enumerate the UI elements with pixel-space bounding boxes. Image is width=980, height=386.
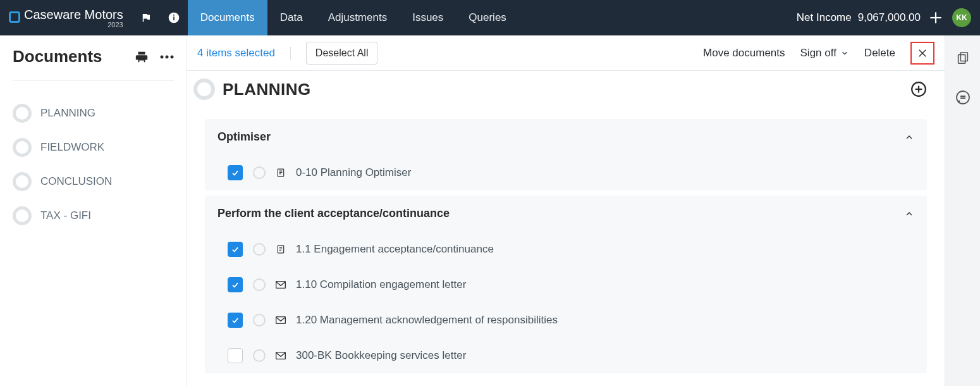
document-group: Perform the client acceptance/continuanc…	[205, 196, 927, 373]
document-group: Optimiser0-10 Planning Optimiser	[205, 119, 927, 190]
print-icon[interactable]	[135, 50, 149, 64]
group-title: Perform the client acceptance/continuanc…	[217, 207, 450, 220]
status-ring-icon	[253, 166, 266, 179]
svg-rect-23	[276, 352, 286, 359]
brand-name: Caseware Motors	[24, 8, 123, 22]
document-row[interactable]: 1.20 Management acknowledgement of respo…	[205, 302, 927, 338]
svg-rect-2	[173, 15, 175, 16]
document-type-icon	[276, 167, 286, 178]
sidebar-item-fieldwork[interactable]: FIELDWORK	[13, 130, 174, 165]
document-name: 300-BK Bookkeeping services letter	[296, 349, 466, 362]
sidebar-item-conclusion[interactable]: CONCLUSION	[13, 165, 174, 199]
document-row[interactable]: 300-BK Bookkeeping services letter	[205, 338, 927, 373]
checkbox-unchecked[interactable]	[228, 348, 243, 363]
section-header: PLANNING	[187, 71, 945, 108]
add-document-button[interactable]	[909, 80, 928, 99]
nav-tab-adjustments[interactable]: Adjustments	[315, 0, 400, 35]
nav-tab-issues[interactable]: Issues	[400, 0, 456, 35]
svg-rect-24	[960, 53, 967, 61]
document-row[interactable]: 1.1 Engagement acceptance/continuance	[205, 232, 927, 267]
svg-rect-21	[276, 282, 286, 289]
add-icon[interactable]	[924, 6, 947, 29]
document-name: 0-10 Planning Optimiser	[296, 166, 411, 179]
document-type-icon	[276, 244, 286, 255]
sign-off-button[interactable]: Sign off	[800, 47, 849, 59]
sidebar-item-label: TAX - GIFI	[40, 209, 91, 222]
chat-icon[interactable]	[955, 90, 971, 105]
status-ring-icon	[13, 104, 32, 123]
section-title: PLANNING	[223, 80, 311, 99]
brand[interactable]: Caseware Motors 2023	[0, 8, 132, 28]
document-row[interactable]: 0-10 Planning Optimiser	[205, 155, 927, 190]
close-selection-button[interactable]	[910, 42, 934, 65]
flag-icon[interactable]	[132, 0, 160, 35]
sidebar-item-label: PLANNING	[40, 107, 95, 120]
net-income-label: Net Income	[797, 11, 852, 24]
top-bar: Caseware Motors 2023 DocumentsDataAdjust…	[0, 0, 980, 35]
document-row[interactable]: 1.10 Compilation engagement letter	[205, 267, 927, 302]
nav-tab-data[interactable]: Data	[267, 0, 315, 35]
svg-point-5	[161, 55, 164, 58]
document-name: 1.1 Engagement acceptance/continuance	[296, 243, 494, 256]
document-type-icon	[276, 350, 286, 361]
net-income: Net Income 9,067,000.00	[797, 11, 924, 24]
status-ring-icon	[253, 243, 266, 256]
status-ring-icon	[253, 314, 266, 327]
sidebar-item-label: CONCLUSION	[40, 175, 112, 188]
selection-count: 4 items selected	[197, 47, 291, 59]
section-status-icon	[193, 78, 215, 100]
checkbox-checked[interactable]	[228, 313, 243, 328]
status-ring-icon	[13, 138, 32, 157]
group-header[interactable]: Perform the client acceptance/continuanc…	[205, 196, 927, 232]
deselect-all-button[interactable]: Deselect All	[306, 42, 378, 65]
info-icon[interactable]	[160, 0, 188, 35]
chevron-down-icon	[840, 49, 849, 58]
group-header[interactable]: Optimiser	[205, 119, 927, 155]
sidebar-item-planning[interactable]: PLANNING	[13, 96, 174, 130]
close-icon	[917, 47, 928, 59]
checkbox-checked[interactable]	[228, 242, 243, 257]
chevron-up-icon	[904, 132, 914, 142]
status-ring-icon	[13, 206, 32, 225]
net-income-value: 9,067,000.00	[858, 11, 921, 24]
svg-rect-22	[276, 317, 286, 324]
status-ring-icon	[253, 278, 266, 291]
document-type-icon	[276, 279, 286, 290]
checkbox-checked[interactable]	[228, 165, 243, 180]
brand-logo-icon	[9, 11, 20, 23]
nav-tabs: DocumentsDataAdjustmentsIssuesQueries	[188, 0, 519, 35]
sidebar: Documents PLANNINGFIELDWORKCONCLUSIONTAX…	[0, 35, 187, 386]
brand-year: 2023	[107, 21, 123, 28]
svg-rect-1	[173, 16, 175, 20]
status-ring-icon	[13, 172, 32, 191]
avatar[interactable]: KK	[952, 8, 971, 27]
sidebar-item-tax-gifi[interactable]: TAX - GIFI	[13, 199, 174, 233]
nav-tab-queries[interactable]: Queries	[456, 0, 519, 35]
right-rail	[945, 35, 980, 386]
document-name: 1.10 Compilation engagement letter	[296, 278, 466, 291]
move-documents-button[interactable]: Move documents	[703, 47, 785, 59]
delete-button[interactable]: Delete	[864, 47, 895, 59]
checkbox-checked[interactable]	[228, 277, 243, 292]
selection-action-bar: 4 items selected Deselect All Move docum…	[187, 35, 945, 71]
main: 4 items selected Deselect All Move docum…	[187, 35, 945, 386]
status-ring-icon	[253, 349, 266, 362]
document-name: 1.20 Management acknowledgement of respo…	[296, 314, 558, 327]
svg-point-6	[166, 55, 169, 58]
nav-tab-documents[interactable]: Documents	[188, 0, 267, 35]
svg-point-7	[171, 55, 174, 58]
chevron-up-icon	[904, 209, 914, 219]
copy-icon[interactable]	[956, 51, 970, 65]
group-title: Optimiser	[217, 130, 271, 144]
document-type-icon	[276, 314, 286, 326]
svg-rect-25	[958, 54, 965, 63]
sidebar-item-label: FIELDWORK	[40, 141, 104, 154]
sidebar-title: Documents	[13, 47, 102, 66]
more-icon[interactable]	[160, 55, 174, 59]
document-content: Optimiser0-10 Planning OptimiserPerform …	[187, 108, 945, 386]
